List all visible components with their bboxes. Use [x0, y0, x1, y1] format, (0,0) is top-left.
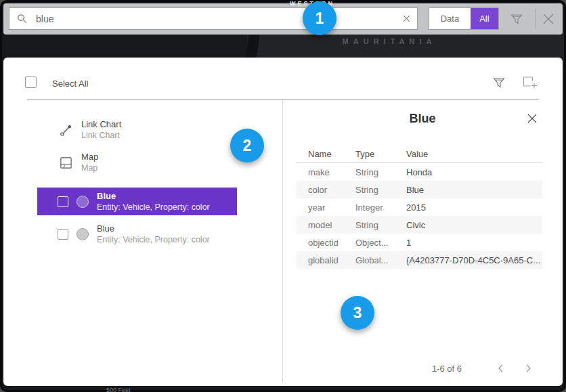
- result-item-map[interactable]: Map Map: [60, 150, 98, 175]
- result-subtitle: Entity: Vehicle, Property: color: [97, 234, 210, 245]
- filter-icon[interactable]: [510, 12, 523, 26]
- table-header-row: Name Type Value: [296, 146, 542, 163]
- result-title: Blue: [97, 223, 210, 234]
- cell-name: make: [308, 167, 355, 177]
- annotation-step-3: 3: [341, 296, 374, 330]
- select-all-checkbox[interactable]: [25, 77, 37, 88]
- table-row: color String Blue: [296, 181, 542, 198]
- link-chart-icon: [60, 124, 72, 137]
- result-item-blue-selected[interactable]: Blue Entity: Vehicle, Property: color: [37, 188, 237, 215]
- search-overlay-window: WESTERN MAURITANIA 500 Feet Data All: [0, 0, 566, 392]
- cell-name: model: [308, 220, 355, 230]
- chevron-right-icon[interactable]: [523, 363, 534, 374]
- search-icon: [17, 14, 27, 24]
- cell-name: globalid: [308, 255, 355, 265]
- cell-value: 2015: [406, 202, 542, 213]
- cell-name: objectid: [308, 238, 355, 248]
- pagination-label: 1-6 of 6: [403, 364, 491, 374]
- search-input[interactable]: [35, 13, 396, 25]
- entity-dot-icon: [77, 228, 89, 240]
- table-row: model String Civic: [296, 216, 542, 234]
- column-header-name: Name: [308, 149, 355, 159]
- entity-dot-icon: [77, 196, 89, 208]
- close-search-icon[interactable]: [541, 12, 556, 26]
- results-filter-icon[interactable]: [492, 76, 506, 89]
- cell-type: String: [355, 185, 406, 195]
- toggle-option-data[interactable]: Data: [429, 8, 471, 29]
- add-to-selection-icon[interactable]: [522, 76, 538, 90]
- chevron-left-icon[interactable]: [496, 363, 506, 374]
- cell-type: Integer: [355, 202, 406, 213]
- cell-value: {A4203777-D70D-4C5C-9A65-C...: [406, 255, 542, 265]
- cell-value: Blue: [406, 185, 542, 195]
- table-row: globalid Global... {A4203777-D70D-4C5C-9…: [296, 251, 542, 269]
- result-title: Link Chart: [81, 119, 121, 130]
- map-scale-label: 500 Feet: [106, 387, 131, 392]
- toggle-option-all[interactable]: All: [471, 8, 498, 29]
- column-header-value: Value: [406, 149, 542, 159]
- search-toolbar: Data All: [3, 3, 563, 35]
- result-item-blue[interactable]: Blue Entity: Vehicle, Property: color: [37, 220, 237, 248]
- table-row: year Integer 2015: [296, 198, 542, 216]
- detail-title: Blue: [282, 112, 563, 126]
- clear-search-button[interactable]: [396, 7, 418, 30]
- map-label-mauritania: MAURITANIA: [298, 37, 481, 45]
- result-checkbox[interactable]: [58, 196, 68, 207]
- annotation-step-1: 1: [303, 1, 336, 35]
- clear-icon: [403, 15, 410, 22]
- result-subtitle: Map: [81, 162, 98, 173]
- search-results-panel: Select All Link Chart Link Chart: [3, 58, 563, 386]
- column-header-type: Type: [355, 149, 406, 159]
- result-subtitle: Entity: Vehicle, Property: color: [97, 202, 210, 213]
- result-title: Blue: [97, 191, 210, 202]
- table-row: objectid Object... 1: [296, 234, 542, 251]
- detail-close-icon[interactable]: [526, 112, 538, 125]
- cell-value: Civic: [406, 220, 542, 230]
- cell-type: String: [355, 167, 406, 177]
- cell-name: color: [308, 185, 355, 195]
- cell-type: Global...: [355, 255, 406, 265]
- attribute-table: Name Type Value make String Honda color …: [296, 146, 542, 269]
- cell-value: 1: [406, 238, 542, 248]
- cell-name: year: [308, 202, 355, 213]
- result-checkbox[interactable]: [58, 229, 68, 240]
- result-item-link-chart[interactable]: Link Chart Link Chart: [60, 117, 121, 143]
- list-detail-divider: [282, 101, 283, 383]
- search-field-container: [9, 7, 397, 30]
- result-subtitle: Link Chart: [81, 130, 121, 141]
- result-title: Map: [81, 152, 98, 162]
- table-row: make String Honda: [296, 163, 542, 181]
- panel-divider: [27, 100, 539, 100]
- map-icon: [60, 156, 72, 169]
- cell-type: String: [355, 220, 406, 230]
- data-all-toggle: Data All: [429, 7, 499, 30]
- cell-type: Object...: [355, 238, 406, 248]
- toolbar-divider: [535, 9, 536, 28]
- select-all-label: Select All: [52, 79, 88, 89]
- annotation-step-2: 2: [230, 129, 264, 162]
- cell-value: Honda: [406, 167, 542, 177]
